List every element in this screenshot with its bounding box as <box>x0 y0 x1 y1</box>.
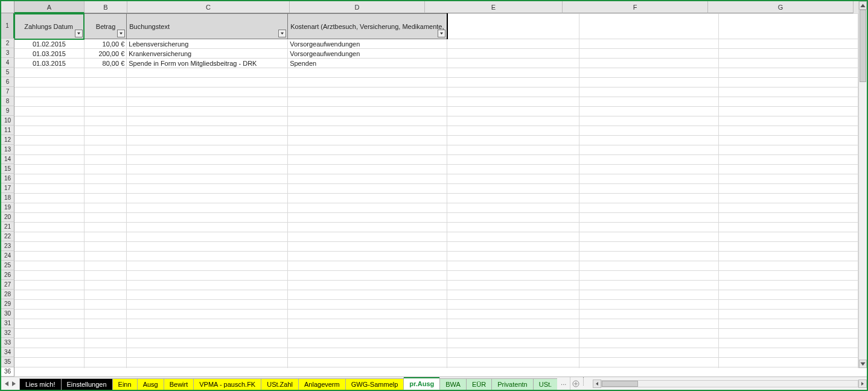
cell-D9[interactable] <box>288 107 447 116</box>
cell-F33[interactable] <box>579 339 718 348</box>
row-header-7[interactable]: 7 <box>1 87 14 97</box>
sheet-tab-ust-[interactable]: USt. <box>533 378 557 390</box>
cell-F22[interactable] <box>579 232 718 242</box>
cell-E18[interactable] <box>447 194 579 203</box>
cell-C32[interactable] <box>127 329 288 339</box>
filter-button[interactable] <box>438 30 445 37</box>
cell-B10[interactable] <box>84 116 126 126</box>
cell-B15[interactable] <box>84 165 126 174</box>
cell-E31[interactable] <box>447 319 579 329</box>
hscroll-track[interactable] <box>601 380 858 387</box>
sheet-tab-ausg[interactable]: Ausg <box>137 378 164 390</box>
cell-D8[interactable] <box>288 97 447 107</box>
cell-C20[interactable] <box>127 213 288 223</box>
cell-E8[interactable] <box>447 97 579 107</box>
cell-A3[interactable]: 01.03.2015 <box>14 49 84 59</box>
cell-E3[interactable] <box>447 49 579 59</box>
tab-nav-next-icon[interactable] <box>12 381 16 386</box>
cell-E35[interactable] <box>447 358 579 367</box>
row-header-2[interactable]: 2 <box>1 39 14 48</box>
cell-A14[interactable] <box>14 155 84 165</box>
cell-B4[interactable]: 80,00 € <box>84 59 126 68</box>
sheet-tab-e-r[interactable]: EÜR <box>466 378 492 390</box>
cell-D21[interactable] <box>288 223 447 232</box>
cell-F23[interactable] <box>579 242 718 252</box>
cell-A22[interactable] <box>14 232 84 242</box>
cell-E11[interactable] <box>447 126 579 136</box>
cell-G36[interactable] <box>718 367 858 369</box>
sheet-tab-pr-ausg[interactable]: pr.Ausg <box>403 378 440 390</box>
cell-F18[interactable] <box>579 194 718 203</box>
cell-A6[interactable] <box>14 78 84 87</box>
cell-D36[interactable] <box>288 367 447 369</box>
cell-D24[interactable] <box>288 252 447 261</box>
cell-G20[interactable] <box>718 213 858 223</box>
row-header-17[interactable]: 17 <box>1 183 14 193</box>
cell-G22[interactable] <box>718 232 858 242</box>
cell-E2[interactable] <box>447 39 579 49</box>
sheet-tab-vpma-pausch-fk[interactable]: VPMA - pausch.FK <box>193 378 261 390</box>
cell-A35[interactable] <box>14 358 84 367</box>
header-cell-E[interactable] <box>447 14 579 39</box>
cell-B23[interactable] <box>84 242 126 252</box>
cell-C3[interactable]: Krankenversicherung <box>127 49 288 59</box>
cell-F4[interactable] <box>579 59 718 68</box>
cell-G8[interactable] <box>718 97 858 107</box>
cell-G12[interactable] <box>718 136 858 145</box>
cell-C4[interactable]: Spende in Form von Mitgliedsbeitrag - DR… <box>127 59 288 68</box>
cell-C25[interactable] <box>127 261 288 271</box>
row-header-13[interactable]: 13 <box>1 145 14 154</box>
cell-A12[interactable] <box>14 136 84 145</box>
cell-B27[interactable] <box>84 281 126 290</box>
cell-D31[interactable] <box>288 319 447 329</box>
cell-G29[interactable] <box>718 300 858 310</box>
row-header-9[interactable]: 9 <box>1 106 14 116</box>
cell-F36[interactable] <box>579 367 718 369</box>
cell-A20[interactable] <box>14 213 84 223</box>
cell-E26[interactable] <box>447 271 579 281</box>
cell-B14[interactable] <box>84 155 126 165</box>
cell-B34[interactable] <box>84 348 126 358</box>
cell-C31[interactable] <box>127 319 288 329</box>
cell-E13[interactable] <box>447 145 579 155</box>
row-header-27[interactable]: 27 <box>1 280 14 290</box>
cell-B5[interactable] <box>84 68 126 78</box>
filter-button[interactable] <box>75 30 83 37</box>
cell-A10[interactable] <box>14 116 84 126</box>
cell-C12[interactable] <box>127 136 288 145</box>
cell-A19[interactable] <box>14 203 84 213</box>
cell-B36[interactable] <box>84 367 126 369</box>
scroll-up-button[interactable] <box>859 1 867 10</box>
filter-button[interactable] <box>117 30 125 37</box>
cell-F16[interactable] <box>579 174 718 184</box>
cell-F17[interactable] <box>579 184 718 194</box>
add-sheet-button[interactable] <box>570 377 581 390</box>
cell-G23[interactable] <box>718 242 858 252</box>
cell-F10[interactable] <box>579 116 718 126</box>
cell-D30[interactable] <box>288 310 447 319</box>
row-header-10[interactable]: 10 <box>1 116 14 126</box>
cell-G33[interactable] <box>718 339 858 348</box>
row-header-26[interactable]: 26 <box>1 270 14 280</box>
cell-C17[interactable] <box>127 184 288 194</box>
header-cell-A[interactable]: Zahlungs Datum <box>14 14 84 39</box>
cell-C26[interactable] <box>127 271 288 281</box>
cell-E5[interactable] <box>447 68 579 78</box>
cell-E12[interactable] <box>447 136 579 145</box>
row-header-5[interactable]: 5 <box>1 68 14 77</box>
row-header-35[interactable]: 35 <box>1 357 14 367</box>
cell-C27[interactable] <box>127 281 288 290</box>
cell-A25[interactable] <box>14 261 84 271</box>
cell-C10[interactable] <box>127 116 288 126</box>
row-header-33[interactable]: 33 <box>1 338 14 348</box>
cell-G24[interactable] <box>718 252 858 261</box>
cell-D14[interactable] <box>288 155 447 165</box>
row-header-18[interactable]: 18 <box>1 193 14 203</box>
row-header-34[interactable]: 34 <box>1 348 14 357</box>
cell-C14[interactable] <box>127 155 288 165</box>
cell-E6[interactable] <box>447 78 579 87</box>
cell-C36[interactable] <box>127 367 288 369</box>
cell-A18[interactable] <box>14 194 84 203</box>
cell-G32[interactable] <box>718 329 858 339</box>
cell-C30[interactable] <box>127 310 288 319</box>
